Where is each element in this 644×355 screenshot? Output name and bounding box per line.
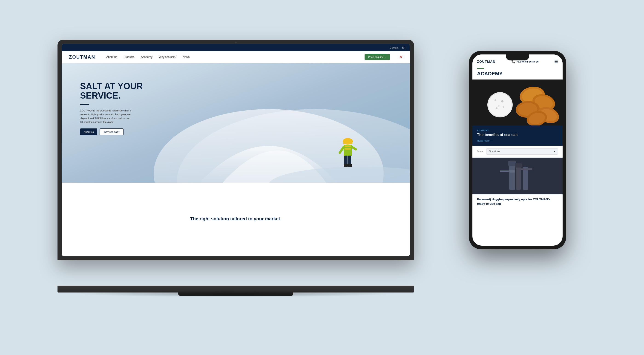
article-graphic	[472, 158, 562, 194]
laptop-hero: SALT AT YOUR SERVICE. ZOUTMAN is the wor…	[62, 63, 410, 183]
hero-description: ZOUTMAN is the worldwide reference when …	[80, 109, 133, 124]
phone-filter-bar: Show All articles ▾	[472, 146, 562, 158]
hero-buttons: About us Why sea salt?	[80, 128, 143, 135]
phone-page-title-container: ACADEMY	[472, 66, 562, 79]
svg-rect-38	[515, 163, 522, 167]
phone-number[interactable]: +32 (0) 51 26 87 26	[516, 60, 539, 63]
worker-figure	[336, 137, 359, 169]
filter-select[interactable]: All articles ▾	[486, 148, 558, 155]
svg-line-8	[340, 147, 344, 153]
article-image	[472, 158, 562, 194]
nav-cta-button[interactable]: Price enquiry →	[364, 54, 390, 60]
phone-title-accent	[477, 68, 484, 69]
laptop-camera	[235, 41, 237, 43]
svg-rect-11	[348, 156, 351, 165]
svg-rect-10	[344, 156, 348, 165]
phone-notch	[506, 54, 529, 60]
academy-title: The benefits of sea salt	[477, 133, 558, 137]
svg-rect-4	[343, 143, 352, 144]
svg-point-22	[503, 106, 504, 108]
nav-link-products[interactable]: Products	[124, 55, 134, 59]
laptop-device: Contact En ZOUTMAN About us Products Aca…	[58, 40, 414, 293]
filter-show-label: Show	[477, 150, 484, 153]
hero-why-button[interactable]: Why sea salt?	[100, 128, 123, 135]
hero-about-button[interactable]: About us	[80, 128, 97, 135]
phone-screen: ZOUTMAN 📞 +32 (0) 51 26 87 26 ☰ ACADEMY	[472, 54, 562, 246]
filter-chevron: ▾	[554, 150, 556, 153]
article-text-content: Brouwerij Huyghe purposively opts for ZO…	[472, 194, 562, 209]
article-title: Brouwerij Huyghe purposively opts for ZO…	[477, 198, 550, 205]
academy-read-more[interactable]: Read more →	[477, 139, 558, 142]
svg-rect-36	[509, 170, 515, 173]
section-tagline: The right solution tailored to your mark…	[190, 216, 282, 222]
filter-option: All articles	[489, 150, 500, 153]
svg-line-9	[352, 147, 356, 149]
nav-close-icon: ✕	[399, 54, 402, 59]
laptop-topbar: Contact En	[62, 44, 410, 51]
nav-link-about[interactable]: About us	[106, 55, 117, 59]
svg-point-17	[488, 93, 512, 116]
hero-divider	[80, 104, 89, 105]
phone-article-item: Brouwerij Huyghe purposively opts for ZO…	[472, 158, 562, 209]
svg-rect-35	[508, 161, 516, 166]
phone-body: ZOUTMAN 📞 +32 (0) 51 26 87 26 ☰ ACADEMY	[469, 51, 566, 249]
laptop-shadow	[75, 290, 397, 297]
laptop-body: Contact En ZOUTMAN About us Products Aca…	[58, 40, 414, 260]
hero-content: SALT AT YOUR SERVICE. ZOUTMAN is the wor…	[80, 82, 143, 136]
svg-rect-13	[348, 164, 352, 167]
phone-page-title: ACADEMY	[477, 71, 502, 76]
svg-point-18	[494, 99, 496, 101]
phone-academy-card: ACADEMY The benefits of sea salt Read mo…	[472, 125, 562, 146]
svg-rect-39	[523, 167, 528, 190]
chips-graphic	[472, 79, 562, 125]
main-scene: Contact En ZOUTMAN About us Products Aca…	[46, 28, 598, 327]
nav-link-news[interactable]: News	[182, 55, 190, 59]
svg-rect-37	[516, 165, 521, 190]
svg-rect-7	[344, 148, 351, 150]
topbar-lang[interactable]: En	[402, 46, 405, 49]
svg-rect-6	[344, 145, 351, 147]
laptop-logo[interactable]: ZOUTMAN	[69, 54, 95, 60]
topbar-contact[interactable]: Contact	[390, 46, 398, 49]
svg-point-20	[498, 105, 500, 107]
laptop-nav: ZOUTMAN About us Products Academy Why se…	[62, 51, 410, 63]
phone-device: ZOUTMAN 📞 +32 (0) 51 26 87 26 ☰ ACADEMY	[469, 51, 566, 249]
svg-point-21	[496, 107, 498, 109]
laptop-screen: Contact En ZOUTMAN About us Products Aca…	[62, 44, 410, 256]
nav-link-whysea[interactable]: Why sea salt?	[159, 55, 176, 59]
svg-rect-12	[344, 164, 348, 167]
phone-menu-icon[interactable]: ☰	[554, 59, 558, 64]
nav-link-academy[interactable]: Academy	[141, 55, 152, 59]
laptop-below-hero: The right solution tailored to your mark…	[62, 183, 410, 255]
svg-rect-34	[509, 162, 515, 190]
phone-logo[interactable]: ZOUTMAN	[477, 60, 496, 63]
svg-point-19	[501, 100, 504, 102]
phone-hero-image	[472, 79, 562, 125]
academy-label: ACADEMY	[477, 129, 558, 131]
hero-title: SALT AT YOUR SERVICE.	[80, 82, 143, 101]
